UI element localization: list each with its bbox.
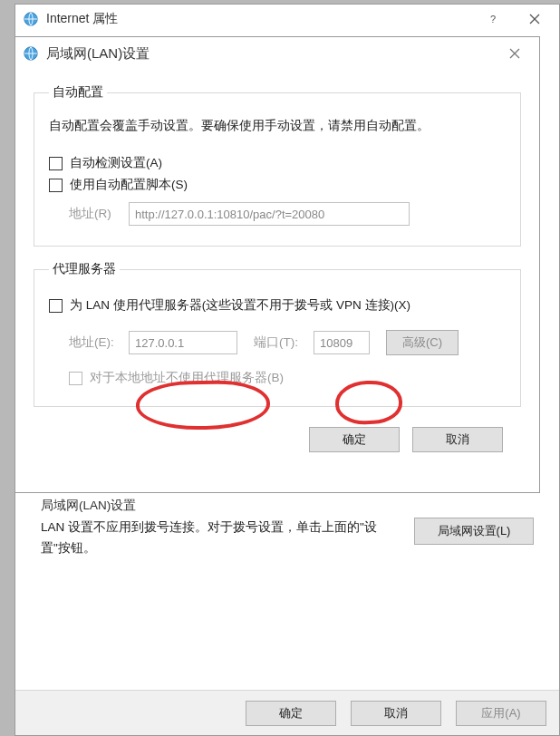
auto-detect-row[interactable]: 自动检测设置(A) [49, 155, 506, 171]
parent-title: Internet 属性 [43, 11, 472, 27]
auto-script-label: 使用自动配置脚本(S) [70, 177, 188, 193]
lan-settings-dialog: 局域网(LAN)设置 自动配置 自动配置会覆盖手动设置。要确保使用手动设置，请禁… [14, 36, 540, 493]
parent-apply-button[interactable]: 应用(A) [456, 701, 546, 726]
parent-lan-section: 局域网(LAN)设置 LAN 设置不应用到拨号连接。对于拨号设置，单击上面的"设… [15, 498, 559, 559]
parent-ok-button[interactable]: 确定 [246, 701, 336, 726]
proxy-port-label: 端口(T): [254, 334, 306, 351]
child-ok-button[interactable]: 确定 [309, 427, 400, 452]
auto-config-desc: 自动配置会覆盖手动设置。要确保使用手动设置，请禁用自动配置。 [49, 117, 506, 135]
parent-lan-desc: LAN 设置不应用到拨号连接。对于拨号设置，单击上面的"设置"按钮。 [41, 518, 396, 559]
parent-lan-header: 局域网(LAN)设置 [41, 498, 534, 514]
child-titlebar[interactable]: 局域网(LAN)设置 [15, 37, 539, 70]
auto-script-address-input [129, 202, 410, 226]
parent-close-button[interactable] [514, 5, 555, 33]
proxy-address-row: 地址(E): 端口(T): 高级(C) [49, 330, 506, 355]
lan-icon [23, 45, 39, 62]
internet-icon [23, 11, 39, 27]
proxy-port-input [314, 331, 370, 354]
proxy-use-label: 为 LAN 使用代理服务器(这些设置不用于拨号或 VPN 连接)(X) [70, 297, 410, 314]
auto-config-legend: 自动配置 [49, 84, 107, 101]
proxy-advanced-button[interactable]: 高级(C) [386, 330, 459, 355]
proxy-bypass-checkbox [69, 372, 82, 385]
proxy-address-input [129, 331, 237, 354]
proxy-bypass-label: 对于本地地址不使用代理服务器(B) [90, 370, 284, 386]
parent-button-bar: 确定 取消 应用(A) [15, 690, 559, 735]
child-close-button[interactable] [494, 40, 536, 67]
child-title: 局域网(LAN)设置 [43, 45, 494, 63]
auto-config-group: 自动配置 自动配置会覆盖手动设置。要确保使用手动设置，请禁用自动配置。 自动检测… [34, 84, 521, 247]
proxy-use-row[interactable]: 为 LAN 使用代理服务器(这些设置不用于拨号或 VPN 连接)(X) [49, 297, 506, 314]
proxy-bypass-row: 对于本地地址不使用代理服务器(B) [49, 370, 506, 386]
auto-script-address-label: 地址(R) [69, 206, 129, 222]
proxy-use-checkbox[interactable] [49, 299, 63, 313]
lan-settings-button[interactable]: 局域网设置(L) [414, 518, 534, 545]
parent-cancel-button[interactable]: 取消 [351, 701, 441, 726]
proxy-legend: 代理服务器 [49, 261, 120, 277]
child-cancel-button[interactable]: 取消 [412, 427, 503, 452]
auto-script-row[interactable]: 使用自动配置脚本(S) [49, 177, 506, 193]
auto-detect-checkbox[interactable] [49, 157, 63, 170]
auto-script-address-row: 地址(R) [49, 202, 506, 226]
svg-text:?: ? [490, 14, 496, 24]
proxy-address-label: 地址(E): [69, 334, 121, 351]
auto-script-checkbox[interactable] [49, 179, 63, 192]
proxy-group: 代理服务器 为 LAN 使用代理服务器(这些设置不用于拨号或 VPN 连接)(X… [34, 261, 521, 407]
parent-titlebar[interactable]: Internet 属性 ? [15, 5, 559, 34]
auto-detect-label: 自动检测设置(A) [70, 155, 162, 171]
parent-help-button[interactable]: ? [472, 5, 514, 33]
child-button-bar: 确定 取消 [34, 421, 521, 452]
